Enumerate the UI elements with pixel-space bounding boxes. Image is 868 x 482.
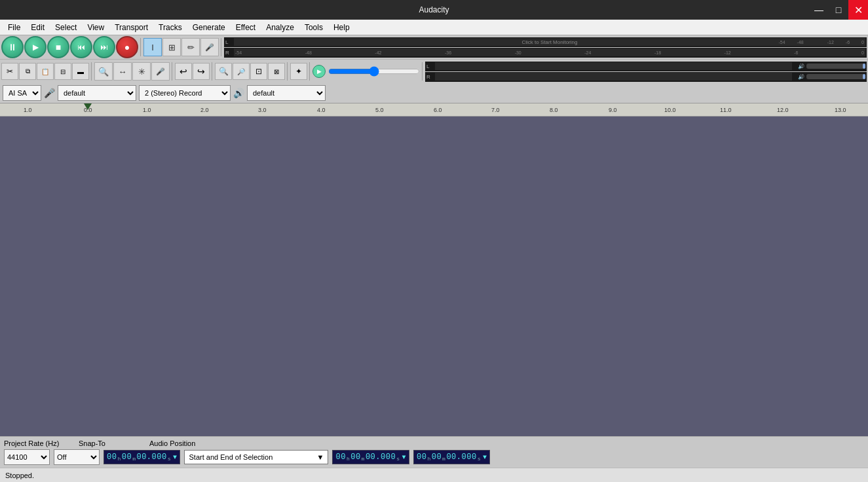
record-button[interactable]: ● <box>116 36 138 58</box>
ruler-label-3: 2.0 <box>200 107 209 113</box>
ruler-label-2: 1.0 <box>143 107 151 113</box>
speed-slider[interactable] <box>328 66 420 77</box>
project-rate-label: Project Rate (Hz) <box>4 439 76 447</box>
divider-8 <box>422 62 423 81</box>
ruler-label-12: 11.0 <box>720 107 732 113</box>
mic-button-1[interactable]: 🎤 <box>200 38 219 56</box>
menu-edit[interactable]: Edit <box>26 22 50 33</box>
sel-end-arrow[interactable]: ▼ <box>483 454 487 461</box>
multi-tool-button[interactable]: ⊞ <box>162 38 181 56</box>
close-button[interactable]: ✕ <box>848 0 868 20</box>
track-area[interactable] <box>0 117 868 436</box>
pb-meter-R-row: R 🔊 <box>425 72 867 82</box>
menu-help[interactable]: Help <box>328 22 355 33</box>
fit-project-button[interactable]: ⊡ <box>250 63 267 80</box>
cut-button[interactable]: ✂ <box>1 63 18 80</box>
menu-view[interactable]: View <box>82 22 109 33</box>
undo-button[interactable]: ↩ <box>175 63 192 80</box>
menu-generate[interactable]: Generate <box>187 22 231 33</box>
star-tool-button[interactable]: ✳ <box>132 62 151 81</box>
sel-start-arrow[interactable]: ▼ <box>402 454 406 461</box>
ruler-label-9: 8.0 <box>550 107 558 113</box>
device-row: AI SA 🎤 default 2 (Stereo) Record 🔊 defa… <box>0 83 868 103</box>
menu-transport[interactable]: Transport <box>109 22 153 33</box>
selection-type-dropdown[interactable]: Start and End of Selection ▼ <box>184 450 328 464</box>
zoom-tool-button[interactable]: 🔍 <box>94 62 113 81</box>
mic-button-2[interactable]: 🎤 <box>151 62 170 81</box>
meter-L-label: L <box>225 39 232 45</box>
pb-meter-L-bar <box>435 62 792 70</box>
pb-volume-icon2: 🔊 <box>794 74 804 80</box>
selection-dropdown-arrow[interactable]: ▼ <box>317 453 324 461</box>
paste-button[interactable]: 📋 <box>37 63 54 80</box>
skip-start-button[interactable]: ⏮ <box>70 36 92 58</box>
mic-icon: 🎤 <box>44 88 55 98</box>
trim-button[interactable]: ⊟ <box>54 63 71 80</box>
copy-button[interactable]: ⧉ <box>19 63 36 80</box>
menu-tools[interactable]: Tools <box>299 22 328 33</box>
meter-L-row: L Click to Start Monitoring -54-48-12-60 <box>224 37 867 47</box>
ruler-label-10: 9.0 <box>609 107 617 113</box>
snap-select[interactable]: Off <box>54 449 100 465</box>
bottom-controls: Project Rate (Hz) Snap-To Audio Position… <box>0 436 868 468</box>
host-select[interactable]: AI SA <box>3 85 41 101</box>
meter-L-bar[interactable]: Click to Start Monitoring -54-48-12-60 <box>234 38 865 46</box>
timeline-ruler: 1.0 0.0 1.0 2.0 3.0 4.0 5.0 6.0 7.0 8.0 … <box>0 103 868 117</box>
sel-end-00m: 00 <box>432 453 442 462</box>
playback-meters: L 🔊 R 🔊 <box>425 60 867 83</box>
select-tool-button[interactable]: I <box>143 38 162 56</box>
meter-L-ticks: -54-48-12-60 <box>778 40 864 45</box>
selection-end-field[interactable]: 00 h 00 m 00.000 s ▼ <box>413 450 490 464</box>
meter-click-text[interactable]: Click to Start Monitoring <box>234 39 865 45</box>
redo-button[interactable]: ↪ <box>193 63 210 80</box>
playback-speed-section: ▶ <box>312 65 420 78</box>
menu-analyze[interactable]: Analyze <box>261 22 299 33</box>
mic-device-select[interactable]: default <box>58 85 136 101</box>
ruler-label-14: 13.0 <box>835 107 846 113</box>
pause-button[interactable]: ⏸ <box>1 36 24 58</box>
stop-button[interactable]: ■ <box>47 36 69 58</box>
selection-type-label: Start and End of Selection <box>189 453 273 461</box>
pb-meter-R-label: R <box>426 74 433 80</box>
playback-device-select[interactable]: default <box>247 85 326 101</box>
menu-bar: File Edit Select View Transport Tracks G… <box>0 20 868 35</box>
title-bar: Audacity — □ ✕ <box>0 0 868 20</box>
pb-volume-slider2[interactable] <box>806 74 865 79</box>
menu-select[interactable]: Select <box>50 22 82 33</box>
play-button[interactable]: ▶ <box>24 36 47 58</box>
audio-pos-arrow[interactable]: ▼ <box>173 454 178 461</box>
rate-select[interactable]: 44100 <box>4 449 50 465</box>
bottom-controls-row: 44100 Off 00 h 00 m 00.000 s ▼ Start and… <box>4 449 864 465</box>
pb-meter-R-bar <box>435 73 792 81</box>
pb-volume-icon[interactable]: 🔊 <box>794 64 804 69</box>
silence-button[interactable]: ▬ <box>72 63 89 80</box>
skip-end-button[interactable]: ⏭ <box>93 36 115 58</box>
toolbar-area: ⏸ ▶ ■ ⏮ ⏭ ● I ⊞ ✏ 🎤 L Click to Start Mon… <box>0 35 868 103</box>
maximize-button[interactable]: □ <box>829 0 848 20</box>
minimize-button[interactable]: — <box>809 0 829 20</box>
extra-button[interactable]: ✦ <box>290 63 307 80</box>
sel-start-00m: 00 <box>350 453 360 462</box>
zoom-out-button[interactable]: 🔎 <box>233 63 250 80</box>
channel-select[interactable]: 2 (Stereo) Record <box>139 85 231 101</box>
ruler-label-11: 10.0 <box>664 107 676 113</box>
ruler-label-4: 3.0 <box>258 107 267 113</box>
recording-meters: L Click to Start Monitoring -54-48-12-60… <box>224 36 867 58</box>
audio-position-field[interactable]: 00 h 00 m 00.000 s ▼ <box>104 450 180 464</box>
menu-file[interactable]: File <box>3 22 26 33</box>
playhead-cursor <box>84 103 92 110</box>
draw-tool-button[interactable]: ✏ <box>181 38 200 56</box>
menu-tracks[interactable]: Tracks <box>153 22 187 33</box>
menu-effect[interactable]: Effect <box>231 22 261 33</box>
zoom-sel-button[interactable]: ⊠ <box>268 63 285 80</box>
play-at-speed-button[interactable]: ▶ <box>312 65 326 78</box>
sel-end-00h: 00 <box>417 453 426 462</box>
time-pos-00: 00 <box>107 453 117 462</box>
time-pos-000s: 00.000 <box>136 453 166 462</box>
status-text: Stopped. <box>5 472 34 479</box>
envelope-tool-button[interactable]: ↔ <box>113 62 132 81</box>
bottom-labels-row: Project Rate (Hz) Snap-To Audio Position <box>4 439 864 447</box>
selection-start-field[interactable]: 00 h 00 m 00.000 s ▼ <box>332 450 409 464</box>
pb-volume-slider[interactable] <box>806 64 865 69</box>
zoom-in-button[interactable]: 🔍 <box>215 63 232 80</box>
